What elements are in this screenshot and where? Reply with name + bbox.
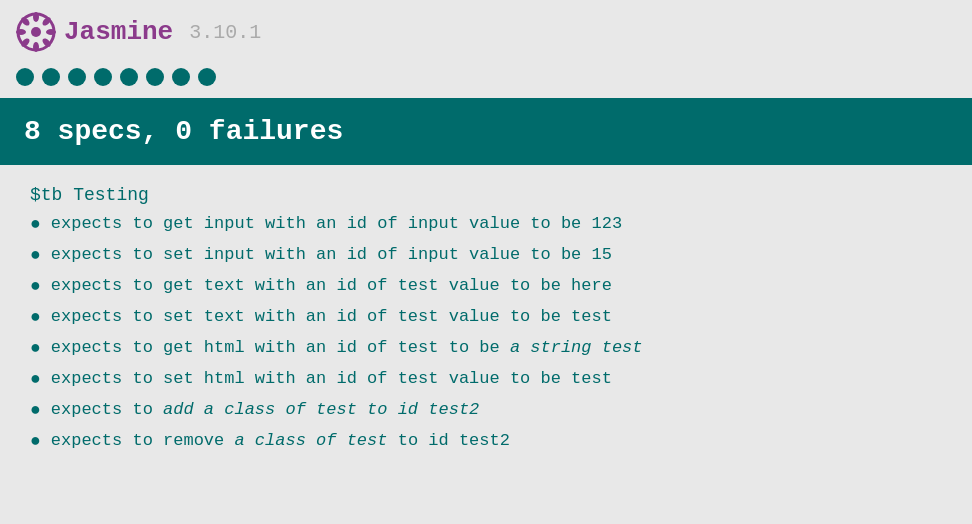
spec-list: ● expects to get input with an id of inp… — [30, 211, 942, 455]
dot-1 — [16, 68, 34, 86]
bullet-icon: ● — [30, 428, 41, 455]
dot-2 — [42, 68, 60, 86]
summary-text: 8 specs, 0 failures — [24, 116, 343, 147]
summary-bar: 8 specs, 0 failures — [0, 98, 972, 165]
spec-text: expects to add a class of test to id tes… — [51, 397, 479, 423]
dot-6 — [146, 68, 164, 86]
dot-5 — [120, 68, 138, 86]
logo-area: Jasmine 3.10.1 — [16, 12, 261, 52]
dot-7 — [172, 68, 190, 86]
spec-text: expects to remove a class of test to id … — [51, 428, 510, 454]
version-text: 3.10.1 — [189, 21, 261, 44]
spec-text: expects to get input with an id of input… — [51, 211, 622, 237]
jasmine-logo-icon — [16, 12, 56, 52]
suite-label: $tb Testing — [30, 185, 942, 205]
dot-8 — [198, 68, 216, 86]
spec-text: expects to get html with an id of test t… — [51, 335, 643, 361]
list-item: ● expects to set input with an id of inp… — [30, 242, 942, 269]
bullet-icon: ● — [30, 273, 41, 300]
bullet-icon: ● — [30, 397, 41, 424]
spec-text: expects to get text with an id of test v… — [51, 273, 612, 299]
bullet-icon: ● — [30, 304, 41, 331]
dot-4 — [94, 68, 112, 86]
spec-text: expects to set html with an id of test v… — [51, 366, 612, 392]
list-item: ● expects to get html with an id of test… — [30, 335, 942, 362]
list-item: ● expects to add a class of test to id t… — [30, 397, 942, 424]
list-item: ● expects to set html with an id of test… — [30, 366, 942, 393]
list-item: ● expects to set text with an id of test… — [30, 304, 942, 331]
bullet-icon: ● — [30, 335, 41, 362]
main-content: $tb Testing ● expects to get input with … — [0, 165, 972, 479]
svg-point-5 — [33, 42, 39, 52]
logo-text: Jasmine — [64, 17, 173, 47]
bullet-icon: ● — [30, 366, 41, 393]
list-item: ● expects to get text with an id of test… — [30, 273, 942, 300]
dot-row — [0, 64, 972, 98]
svg-point-9 — [31, 27, 41, 37]
spec-text: expects to set input with an id of input… — [51, 242, 612, 268]
list-item: ● expects to remove a class of test to i… — [30, 428, 942, 455]
header: Jasmine 3.10.1 — [0, 0, 972, 64]
spec-text: expects to set text with an id of test v… — [51, 304, 612, 330]
svg-point-3 — [46, 29, 56, 35]
svg-point-1 — [33, 12, 39, 22]
bullet-icon: ● — [30, 242, 41, 269]
dot-3 — [68, 68, 86, 86]
bullet-icon: ● — [30, 211, 41, 238]
svg-point-7 — [16, 29, 26, 35]
list-item: ● expects to get input with an id of inp… — [30, 211, 942, 238]
